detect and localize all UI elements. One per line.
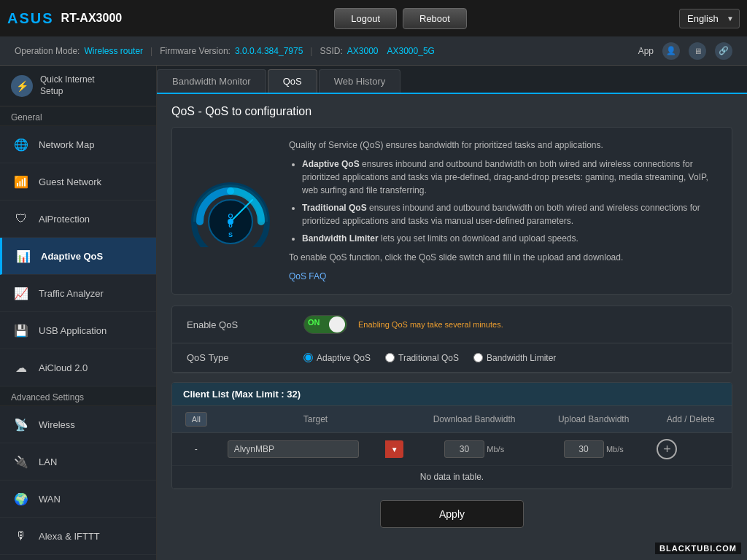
upload-bandwidth-input[interactable]: [564, 440, 604, 458]
no-data-text: No data in table.: [172, 466, 732, 489]
sidebar-item-wan[interactable]: 🌍WAN: [0, 481, 156, 518]
apply-button[interactable]: Apply: [380, 500, 524, 528]
reboot-button[interactable]: Reboot: [403, 8, 467, 29]
target-select-wrapper: AlvynMBP: [228, 440, 404, 458]
share-icon[interactable]: 🔗: [715, 42, 732, 60]
radio-bandwidth[interactable]: [473, 353, 483, 362]
upload-unit: Mb/s: [606, 445, 624, 454]
sidebar-item-usb-application[interactable]: 💾USB Application: [0, 312, 156, 349]
radio-item-bandwidth[interactable]: Bandwidth Limiter: [473, 353, 556, 363]
sidebar-advanced-items: 📡Wireless🔌LAN🌍WAN🎙Alexa & IFTTT🔢IPv6: [0, 406, 156, 560]
enable-qos-row: Enable QoS ON Enabling QoS may take seve…: [172, 306, 732, 343]
download-bandwidth-input[interactable]: [444, 440, 484, 458]
radio-item-adaptive[interactable]: Adaptive QoS: [303, 353, 371, 363]
toggle-thumb: [329, 316, 345, 332]
wireless-icon: 📡: [11, 414, 31, 435]
apply-area: Apply: [171, 489, 732, 539]
alexa-label: Alexa & IFTTT: [39, 531, 100, 542]
ssid-label: SSID:: [320, 46, 342, 56]
all-button[interactable]: All: [185, 412, 207, 427]
target-select[interactable]: AlvynMBP: [228, 440, 359, 458]
tab-bandwidth-monitor[interactable]: Bandwidth Monitor: [157, 69, 266, 93]
infobar: Operation Mode: Wireless router | Firmwa…: [0, 36, 747, 66]
quick-setup-icon: ⚡: [11, 75, 33, 97]
radio-label-bandwidth: Bandwidth Limiter: [487, 353, 556, 363]
sidebar-item-guest-network[interactable]: 📶Guest Network: [0, 163, 156, 201]
sidebar-item-aiprotection[interactable]: 🛡AiProtection: [0, 201, 156, 238]
watermark: BLACKTUBI.COM: [655, 542, 741, 554]
guest-network-label: Guest Network: [39, 176, 101, 187]
logo-model: RT-AX3000: [61, 12, 123, 25]
table-header-row: All Target Download Bandwidth Upload Ban…: [172, 406, 732, 433]
radio-item-traditional[interactable]: Traditional QoS: [385, 353, 459, 363]
ssid-value2[interactable]: AX3000_5G: [387, 46, 435, 56]
sidebar-item-adaptive-qos[interactable]: 📊Adaptive QoS: [0, 238, 156, 275]
language-selector-wrapper: English: [679, 9, 740, 28]
download-unit: Mb/s: [487, 445, 504, 454]
col-upload: Upload Bandwidth: [538, 406, 650, 433]
client-list-header: Client List (Max Limit : 32): [172, 383, 732, 406]
col-add-delete: Add / Delete: [649, 406, 732, 433]
infobar-right: App 👤 🖥 🔗: [638, 42, 732, 60]
qos-type-label: QoS Type: [187, 352, 303, 363]
tab-qos[interactable]: QoS: [268, 69, 317, 93]
qos-faq-link[interactable]: QoS FAQ: [289, 270, 721, 283]
row-upload: Mb/s: [538, 433, 650, 466]
enable-qos-value: ON Enabling QoS may take several minutes…: [303, 315, 503, 334]
network-map-icon: 🌐: [11, 134, 31, 155]
col-target: Target: [220, 406, 411, 433]
sidebar-item-network-map[interactable]: 🌐Network Map: [0, 126, 156, 163]
monitor-icon[interactable]: 🖥: [689, 42, 706, 60]
page-content: QoS - QoS to configuration: [157, 94, 747, 560]
lan-label: LAN: [39, 456, 57, 467]
usb-application-label: USB Application: [39, 325, 107, 336]
wireless-label: Wireless: [39, 419, 75, 430]
wan-icon: 🌍: [11, 489, 31, 509]
enable-qos-toggle[interactable]: ON: [303, 315, 347, 334]
aiprotection-icon: 🛡: [11, 209, 31, 229]
alexa-icon: 🎙: [11, 526, 31, 546]
sidebar-item-alexa[interactable]: 🎙Alexa & IFTTT: [0, 518, 156, 555]
aicloud-label: AiCloud 2.0: [39, 362, 88, 373]
row-target: AlvynMBP: [220, 433, 411, 466]
tab-web-history[interactable]: Web History: [319, 69, 401, 93]
traffic-analyzer-label: Traffic Analyzer: [39, 288, 104, 299]
topbar: ASUS RT-AX3000 Logout Reboot English: [0, 0, 747, 36]
target-dropdown-arrow[interactable]: [385, 440, 403, 458]
advanced-settings-label: Advanced Settings: [0, 386, 156, 406]
sidebar-item-wireless[interactable]: 📡Wireless: [0, 406, 156, 443]
add-button[interactable]: +: [657, 439, 677, 459]
client-table: All Target Download Bandwidth Upload Ban…: [172, 406, 732, 489]
adaptive-qos-label: Adaptive QoS: [41, 251, 103, 262]
sidebar-item-aicloud[interactable]: ☁AiCloud 2.0: [0, 349, 156, 386]
firmware-label: Firmware Version:: [160, 46, 231, 56]
adaptive-qos-icon: 📊: [13, 246, 34, 266]
sidebar-item-ipv6[interactable]: 🔢IPv6: [0, 555, 156, 560]
quick-internet-setup[interactable]: ⚡ Quick InternetSetup: [0, 66, 156, 106]
language-selector[interactable]: English: [679, 9, 740, 28]
qos-intro: Quality of Service (QoS) ensures bandwid…: [289, 139, 721, 152]
app-link[interactable]: App: [638, 46, 654, 56]
operation-mode-label: Operation Mode:: [15, 46, 80, 56]
radio-adaptive[interactable]: [303, 353, 313, 362]
svg-text:Q: Q: [228, 212, 233, 219]
logo-asus: ASUS: [7, 10, 54, 27]
network-map-label: Network Map: [39, 139, 95, 150]
settings-area: Enable QoS ON Enabling QoS may take seve…: [171, 306, 732, 373]
adaptive-qos-desc: Adaptive QoS ensures inbound and outboun…: [302, 158, 721, 197]
radio-traditional[interactable]: [385, 353, 395, 362]
ssid-value1[interactable]: AX3000: [347, 46, 379, 56]
traffic-analyzer-icon: 📈: [11, 283, 31, 303]
row-dash: -: [172, 433, 220, 466]
row-add-delete: +: [649, 433, 732, 466]
logout-button[interactable]: Logout: [334, 8, 397, 29]
row-download: Mb/s: [411, 433, 538, 466]
traditional-qos-desc: Traditional QoS ensures inbound and outb…: [302, 201, 721, 228]
client-list: Client List (Max Limit : 32) All Target …: [171, 382, 732, 489]
user-icon[interactable]: 👤: [662, 42, 680, 60]
sidebar-item-lan[interactable]: 🔌LAN: [0, 443, 156, 481]
operation-mode-value[interactable]: Wireless router: [84, 46, 143, 56]
sidebar-item-traffic-analyzer[interactable]: 📈Traffic Analyzer: [0, 275, 156, 312]
speedometer-svg: Q o S: [187, 174, 274, 247]
guest-network-icon: 📶: [11, 171, 31, 192]
